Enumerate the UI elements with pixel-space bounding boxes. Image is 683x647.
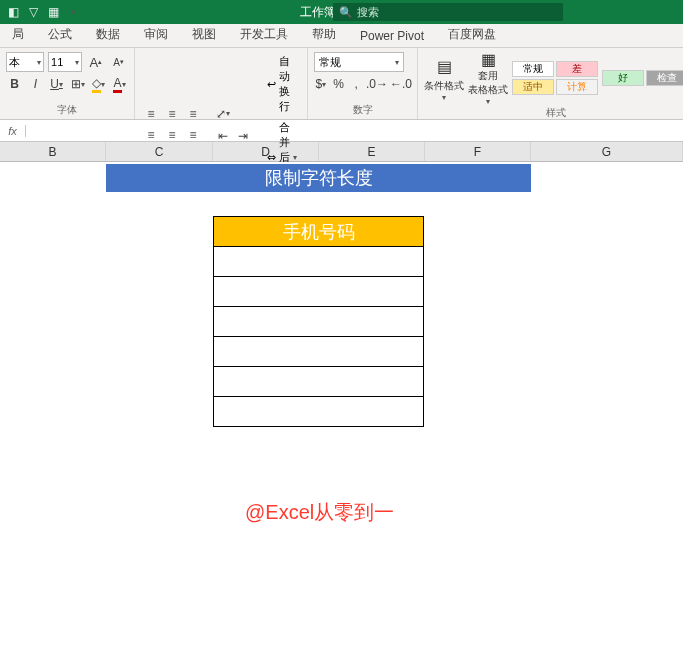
phone-cell-5[interactable] <box>214 367 424 397</box>
bold-button[interactable]: B <box>6 74 23 94</box>
number-format-select[interactable]: 常规▾ <box>314 52 404 72</box>
underline-button[interactable]: U▾ <box>48 74 65 94</box>
col-header-e[interactable]: E <box>319 142 425 161</box>
tab-view[interactable]: 视图 <box>180 22 228 47</box>
col-header-b[interactable]: B <box>0 142 106 161</box>
tab-powerpivot[interactable]: Power Pivot <box>348 25 436 47</box>
alignment-grid: ≡ ≡ ≡ ≡ ≡ ≡ <box>141 104 203 145</box>
font-group: 本▾ 11▾ A▴ A▾ B I U▾ ⊞▾ ◇▾ A▾ 字体 <box>0 48 135 119</box>
title-banner[interactable]: 限制字符长度 <box>106 164 531 192</box>
tab-baidu[interactable]: 百度网盘 <box>436 22 508 47</box>
align-left-button[interactable]: ≡ <box>141 125 161 145</box>
qat-dropdown-icon[interactable]: ▼ <box>66 5 80 19</box>
cell-styles-gallery: 常规 差 适中 计算 <box>512 61 598 95</box>
style-neutral[interactable]: 适中 <box>512 79 554 95</box>
font-group-label: 字体 <box>6 101 128 117</box>
style-normal[interactable]: 常规 <box>512 61 554 77</box>
align-right-button[interactable]: ≡ <box>183 125 203 145</box>
formula-bar: fx <box>0 120 683 142</box>
style-check[interactable]: 检查 <box>646 70 683 86</box>
align-middle-button[interactable]: ≡ <box>162 104 182 124</box>
ribbon: 本▾ 11▾ A▴ A▾ B I U▾ ⊞▾ ◇▾ A▾ 字体 ≡ ≡ ≡ ≡ <box>0 48 683 120</box>
col-header-g[interactable]: G <box>531 142 683 161</box>
comma-button[interactable]: , <box>349 74 363 94</box>
phone-cell-6[interactable] <box>214 397 424 427</box>
title-bar: ◧ ▽ ▦ ▼ 工作簿1 - Excel 🔍 搜索 <box>0 0 683 24</box>
tab-data[interactable]: 数据 <box>84 22 132 47</box>
align-bottom-button[interactable]: ≡ <box>183 104 203 124</box>
increase-font-button[interactable]: A▴ <box>86 52 105 72</box>
accounting-button[interactable]: $▾ <box>314 74 328 94</box>
formula-input[interactable] <box>26 120 683 141</box>
styles-group-label: 样式 <box>424 104 683 120</box>
phone-header-cell[interactable]: 手机号码 <box>214 217 424 247</box>
style-calc[interactable]: 计算 <box>556 79 598 95</box>
conditional-format-icon: ▤ <box>432 55 456 79</box>
font-size-select[interactable]: 11▾ <box>48 52 82 72</box>
percent-button[interactable]: % <box>332 74 346 94</box>
wrap-text-button[interactable]: ↩自动换行 <box>263 52 301 116</box>
quick-access-toolbar: ◧ ▽ ▦ ▼ <box>0 5 80 19</box>
ribbon-tabs: 局 公式 数据 审阅 视图 开发工具 帮助 Power Pivot 百度网盘 <box>0 24 683 48</box>
cell-styles-gallery-2: 好 检查 <box>602 70 683 86</box>
orientation-button[interactable]: ⤢▾ <box>213 104 233 124</box>
wrap-icon: ↩ <box>267 78 276 91</box>
number-group-label: 数字 <box>314 101 411 117</box>
style-bad[interactable]: 差 <box>556 61 598 77</box>
font-color-button[interactable]: A▾ <box>111 74 128 94</box>
tab-help[interactable]: 帮助 <box>300 22 348 47</box>
grid-icon[interactable]: ▦ <box>46 5 60 19</box>
formula-label: fx <box>0 125 26 137</box>
styles-group: ▤ 条件格式▾ ▦ 套用 表格格式▾ 常规 差 适中 计算 好 检查 样式 <box>418 48 683 119</box>
number-group: 常规▾ $▾ % , .0→ ←.0 数字 <box>308 48 418 119</box>
tab-formulas[interactable]: 公式 <box>36 22 84 47</box>
tab-developer[interactable]: 开发工具 <box>228 22 300 47</box>
align-center-button[interactable]: ≡ <box>162 125 182 145</box>
fill-color-button[interactable]: ◇▾ <box>90 74 107 94</box>
decrease-decimal-button[interactable]: ←.0 <box>391 74 411 94</box>
column-headers: B C D E F G <box>0 142 683 162</box>
sheet-area[interactable]: 限制字符长度 手机号码 @Excel从零到一 <box>0 162 683 642</box>
tab-review[interactable]: 审阅 <box>132 22 180 47</box>
decrease-font-button[interactable]: A▾ <box>109 52 128 72</box>
border-button[interactable]: ⊞▾ <box>69 74 86 94</box>
phone-table: 手机号码 <box>213 216 424 427</box>
search-box[interactable]: 🔍 搜索 <box>333 3 563 21</box>
search-placeholder: 搜索 <box>357 5 379 20</box>
alignment-group: ≡ ≡ ≡ ≡ ≡ ≡ ⤢▾ ⇤ ⇥ ↩自动换行 ⇔合并后居中▾ 对齐方式 <box>135 48 308 119</box>
increase-indent-button[interactable]: ⇥ <box>233 126 253 146</box>
phone-cell-2[interactable] <box>214 277 424 307</box>
watermark-text: @Excel从零到一 <box>245 499 394 526</box>
phone-cell-4[interactable] <box>214 337 424 367</box>
format-as-table-button[interactable]: ▦ 套用 表格格式▾ <box>468 52 508 104</box>
align-top-button[interactable]: ≡ <box>141 104 161 124</box>
qat-icon[interactable]: ◧ <box>6 5 20 19</box>
tab-layout[interactable]: 局 <box>0 22 36 47</box>
italic-button[interactable]: I <box>27 74 44 94</box>
phone-cell-1[interactable] <box>214 247 424 277</box>
style-good[interactable]: 好 <box>602 70 644 86</box>
col-header-f[interactable]: F <box>425 142 531 161</box>
increase-decimal-button[interactable]: .0→ <box>367 74 387 94</box>
phone-cell-3[interactable] <box>214 307 424 337</box>
filter-icon[interactable]: ▽ <box>26 5 40 19</box>
search-icon: 🔍 <box>339 6 353 19</box>
font-family-select[interactable]: 本▾ <box>6 52 44 72</box>
table-format-icon: ▦ <box>476 50 500 69</box>
decrease-indent-button[interactable]: ⇤ <box>213 126 233 146</box>
conditional-format-button[interactable]: ▤ 条件格式▾ <box>424 52 464 104</box>
